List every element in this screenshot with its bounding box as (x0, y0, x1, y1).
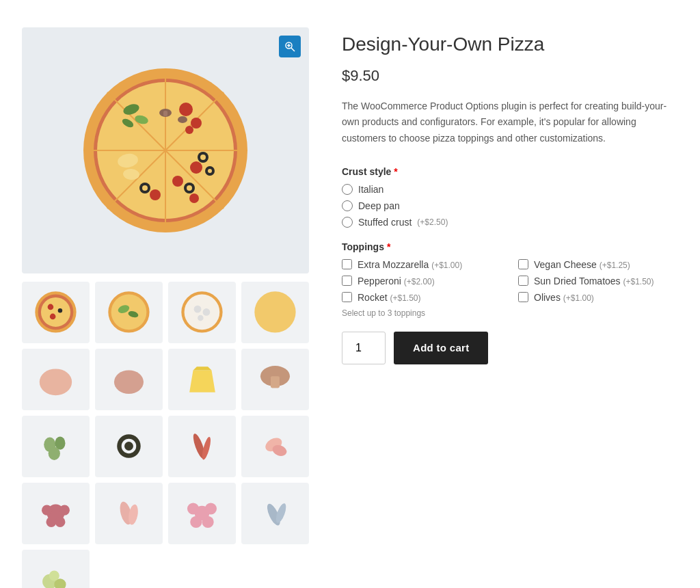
svg-point-61 (124, 442, 133, 451)
thumbnail-13[interactable] (22, 483, 90, 544)
thumbnail-16[interactable] (241, 483, 309, 544)
crust-radio-stuffed[interactable] (342, 217, 353, 228)
thumbnail-5[interactable] (22, 349, 90, 410)
svg-point-70 (55, 517, 65, 527)
pizza-illustration (77, 62, 254, 239)
svg-point-24 (187, 185, 192, 191)
topping-pepperoni[interactable]: Pepperoni (+$2.00) (342, 276, 502, 286)
crust-option-stuffed[interactable]: Stuffed crust (+$2.50) (342, 217, 678, 228)
svg-point-14 (185, 126, 193, 134)
svg-line-1 (291, 48, 295, 51)
crust-option-deep-pan[interactable]: Deep pan (342, 200, 678, 211)
svg-point-75 (204, 503, 216, 514)
svg-point-13 (178, 116, 187, 123)
thumbnail-15[interactable] (168, 483, 236, 544)
svg-point-49 (254, 291, 295, 332)
quantity-input[interactable] (342, 332, 386, 364)
product-description: The WooCommerce Product Options plugin i… (342, 98, 678, 147)
svg-point-37 (47, 304, 53, 310)
topping-extra-mozz[interactable]: Extra Mozzarella (+$1.00) (342, 259, 502, 270)
svg-point-28 (142, 185, 148, 191)
svg-point-76 (190, 516, 202, 528)
crust-radio-group: Italian Deep pan Stuffed crust (+$2.50) (342, 184, 678, 228)
svg-rect-33 (163, 111, 167, 116)
svg-rect-55 (271, 376, 280, 388)
add-to-cart-row: Add to cart (342, 332, 678, 364)
svg-point-39 (49, 314, 55, 320)
svg-point-74 (187, 503, 198, 514)
svg-point-47 (202, 308, 210, 316)
svg-point-45 (184, 295, 219, 330)
crust-radio-deep-pan[interactable] (342, 200, 353, 211)
checkbox-sun-dried[interactable] (518, 276, 528, 286)
thumbnail-11[interactable] (168, 416, 236, 477)
thumbnail-12[interactable] (241, 416, 309, 477)
svg-point-46 (193, 306, 201, 313)
checkbox-olives[interactable] (518, 292, 528, 302)
thumbnail-grid (22, 282, 309, 588)
crust-style-label: Crust style * (342, 166, 678, 177)
thumbnail-1[interactable] (22, 282, 90, 343)
sun-dried-price: (+$1.50) (623, 277, 654, 286)
svg-point-22 (190, 161, 202, 174)
svg-point-48 (198, 315, 204, 321)
topping-vegan-cheese[interactable]: Vegan Cheese (+$1.25) (518, 259, 678, 270)
svg-marker-52 (189, 371, 215, 392)
topping-olives[interactable]: Olives (+$1.00) (518, 292, 678, 303)
svg-marker-53 (193, 366, 211, 370)
svg-point-69 (46, 517, 56, 527)
page-container: Design-Your-Own Pizza $9.50 The WooComme… (22, 27, 678, 588)
stuffed-crust-price: (+$2.50) (417, 217, 448, 227)
right-column: Design-Your-Own Pizza $9.50 The WooComme… (342, 27, 678, 364)
svg-point-19 (200, 155, 206, 160)
checkbox-vegan-cheese[interactable] (518, 259, 528, 269)
thumbnail-6[interactable] (95, 349, 163, 410)
svg-point-36 (40, 297, 70, 327)
svg-point-58 (48, 447, 59, 460)
svg-point-21 (208, 169, 212, 173)
main-product-image (22, 27, 309, 273)
crust-style-section: Crust style * Italian Deep pan Stuffed c… (342, 166, 678, 228)
checkbox-pepperoni[interactable] (342, 276, 352, 286)
svg-point-50 (39, 369, 71, 395)
left-column (22, 27, 309, 588)
thumbnail-14[interactable] (95, 483, 163, 544)
svg-point-51 (113, 371, 143, 394)
thumbnail-8[interactable] (241, 349, 309, 410)
checkbox-rocket[interactable] (342, 292, 352, 302)
thumbnail-17[interactable] (22, 550, 90, 588)
thumbnail-3[interactable] (168, 282, 236, 343)
svg-point-11 (179, 103, 193, 116)
rocket-price: (+$1.50) (390, 293, 420, 303)
thumbnail-9[interactable] (22, 416, 90, 477)
svg-point-25 (172, 176, 183, 187)
svg-point-77 (202, 516, 213, 528)
zoom-icon[interactable] (279, 36, 301, 57)
crust-option-italian[interactable]: Italian (342, 184, 678, 195)
thumbnail-10[interactable] (95, 416, 163, 477)
thumbnail-7[interactable] (168, 349, 236, 410)
svg-point-26 (189, 193, 199, 203)
thumbnail-4[interactable] (241, 282, 309, 343)
toppings-section: Toppings * Extra Mozzarella (+$1.00) Veg… (342, 241, 678, 318)
svg-point-29 (150, 189, 161, 200)
crust-radio-italian[interactable] (342, 184, 353, 195)
topping-sun-dried[interactable]: Sun Dried Tomatoes (+$1.50) (518, 276, 678, 286)
product-price: $9.50 (342, 67, 678, 85)
add-to-cart-button[interactable]: Add to cart (394, 332, 488, 364)
svg-point-67 (42, 505, 52, 516)
olives-price: (+$1.00) (563, 293, 594, 303)
vegan-cheese-price: (+$1.25) (600, 260, 630, 270)
product-title: Design-Your-Own Pizza (342, 33, 678, 56)
thumbnail-2[interactable] (95, 282, 163, 343)
checkbox-extra-mozz[interactable] (342, 259, 352, 269)
crust-required-star: * (394, 166, 397, 177)
svg-point-68 (59, 505, 69, 516)
svg-point-12 (191, 118, 202, 129)
svg-point-38 (57, 308, 62, 312)
topping-rocket[interactable]: Rocket (+$1.50) (342, 292, 502, 303)
extra-mozz-price: (+$1.00) (431, 260, 462, 270)
pepperoni-price: (+$2.00) (404, 277, 435, 286)
svg-point-82 (49, 570, 59, 580)
toppings-checkbox-group: Extra Mozzarella (+$1.00) Vegan Cheese (… (342, 259, 678, 303)
